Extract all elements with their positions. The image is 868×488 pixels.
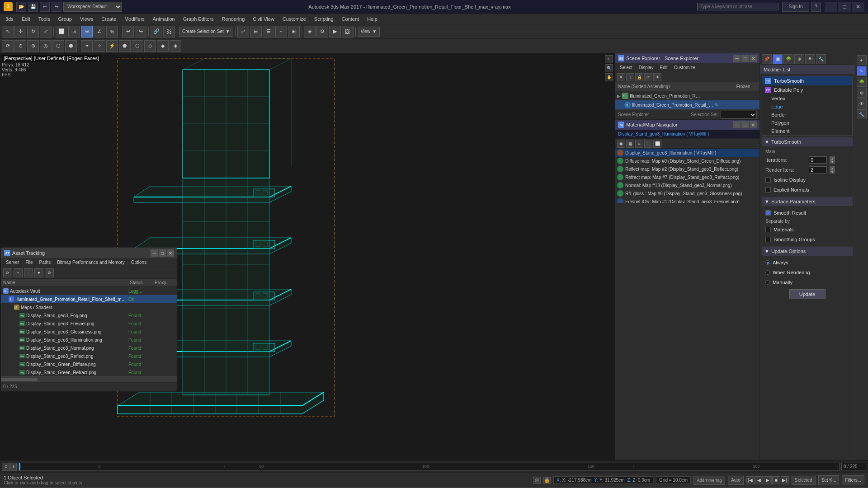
ts-when-rendering-radio[interactable] xyxy=(765,270,770,275)
undo-scene-btn[interactable]: ↩ xyxy=(122,26,134,38)
sub-tb-btn2[interactable]: ⊙ xyxy=(14,40,26,52)
mod-utility-btn[interactable]: 🔧 xyxy=(816,54,826,64)
mn-item-normal[interactable]: Normal: Map #13 (Display_Stand_geo3_Norm… xyxy=(615,181,760,189)
sub-tb-btn7[interactable]: ✦ xyxy=(81,40,93,52)
ts-materials-checkbox[interactable] xyxy=(765,227,771,232)
se-menu-edit[interactable]: Edit xyxy=(657,65,670,70)
menu-help[interactable]: Help xyxy=(363,14,381,24)
transport-play[interactable]: ▶ xyxy=(764,476,772,484)
menu-graph-editors[interactable]: Graph Editors xyxy=(179,14,217,24)
mn-item-illumination[interactable]: Display_Stand_geo3_Illumination ( VRayMt… xyxy=(615,149,760,157)
ts-update-options-header[interactable]: ▼ Update Options xyxy=(762,247,853,256)
at-row-refract[interactable]: png Display_Stand_Green_Refract.png Foun… xyxy=(1,368,177,376)
ts-render-iters-spinner[interactable]: ▲ ▼ xyxy=(830,166,835,174)
viewport-nav-top[interactable]: ↖ xyxy=(605,55,613,63)
menu-scripting[interactable]: Scripting xyxy=(311,14,337,24)
mn-large-icons-btn[interactable]: ⬜ xyxy=(653,140,661,148)
window-crossing-btn[interactable]: ⊡ xyxy=(68,26,80,38)
timeline-track[interactable]: 050100150200 | | | | | xyxy=(19,463,840,471)
menu-animation[interactable]: Animation xyxy=(149,14,179,24)
at-row-vault[interactable]: V Autodesk Vault Logg... xyxy=(1,287,177,295)
transport-stop[interactable]: ■ xyxy=(772,476,780,484)
at-expand-btn[interactable]: + xyxy=(14,268,23,277)
at-row-main-file[interactable]: 3 Illuminated_Green_Promotion_Retail_Flo… xyxy=(1,295,177,303)
view-dropdown-btn[interactable]: View ▼ xyxy=(358,27,380,37)
create-selection-set-btn[interactable]: Create Selection Set ▼ xyxy=(179,27,233,37)
se-tree-item-parent[interactable]: ▶ S Illuminated_Green_Promotion_Retail_F… xyxy=(615,91,760,100)
se-tree-item-object[interactable]: O Illuminated_Green_Promotion_Retail_Flo… xyxy=(615,100,760,109)
ts-iterations-spinner[interactable]: ▲ ▼ xyxy=(830,156,835,164)
set-key-btn[interactable]: Set K... xyxy=(818,475,840,485)
create-selection-dropdown-icon[interactable]: ▼ xyxy=(226,29,230,34)
at-scrollbar-horizontal[interactable] xyxy=(1,376,177,382)
mn-item-diffuse[interactable]: Diffuse map: Map #0 (Display_Stand_Green… xyxy=(615,157,760,165)
se-close-btn[interactable]: ✕ xyxy=(750,55,757,62)
close-button[interactable]: ✕ xyxy=(852,2,864,12)
se-selection-set-dropdown[interactable] xyxy=(721,111,757,119)
se-lock-btn[interactable]: 🔒 xyxy=(635,73,643,81)
sign-in-icon[interactable]: Sign In xyxy=(782,2,809,12)
at-menu-file[interactable]: File xyxy=(23,259,35,265)
timeline-progress-input[interactable] xyxy=(841,463,866,470)
mn-item-reflect[interactable]: Reflect map: Map #2 (Display_Stand_geo3_… xyxy=(615,165,760,173)
mn-restore-btn[interactable]: □ xyxy=(741,121,749,128)
at-settings-btn[interactable]: ⚙ xyxy=(45,268,54,277)
menu-rendering[interactable]: Rendering xyxy=(218,14,249,24)
se-sync-btn[interactable]: ⟳ xyxy=(644,73,652,81)
sub-tb-btn10[interactable]: ⬟ xyxy=(119,40,131,52)
restore-button[interactable]: □ xyxy=(838,2,851,12)
menu-views[interactable]: Views xyxy=(76,14,97,24)
at-menu-server[interactable]: Server xyxy=(3,259,22,265)
sub-tb-btn3[interactable]: ⊕ xyxy=(27,40,39,52)
modifier-editable-poly[interactable]: EP Editable Poly xyxy=(762,85,852,94)
far-right-motion-icon[interactable]: ⊕ xyxy=(857,88,867,98)
angle-snap-btn[interactable]: ∠ xyxy=(94,26,105,38)
snap-toggle-btn[interactable]: ⊕ xyxy=(81,26,93,38)
status-lock-icon[interactable]: 🔒 xyxy=(543,477,551,484)
curve-editor-btn[interactable]: ~ xyxy=(275,26,287,38)
ts-iter-down[interactable]: ▼ xyxy=(830,160,835,164)
add-time-tag-btn[interactable]: Add Time Tag xyxy=(693,476,725,485)
at-menu-options[interactable]: Options xyxy=(128,259,149,265)
workspace-dropdown[interactable]: Workspace: Default xyxy=(63,2,122,12)
filters-btn[interactable]: Filters... xyxy=(842,475,864,485)
se-sort-btn[interactable]: ↕ xyxy=(626,73,634,81)
sub-tb-btn6[interactable]: ⬢ xyxy=(65,40,77,52)
at-row-fog[interactable]: png Display_Stand_geo3_Fog.png Found xyxy=(1,311,177,319)
ts-explicit-normals-checkbox[interactable] xyxy=(765,187,771,192)
minimize-button[interactable]: ─ xyxy=(825,2,837,12)
at-refresh-btn[interactable]: ⟳ xyxy=(3,268,12,277)
help-icon[interactable]: ? xyxy=(811,2,821,12)
menu-group[interactable]: Group xyxy=(54,14,75,24)
at-filter-btn[interactable]: ▼ xyxy=(34,268,43,277)
sub-tb-btn14[interactable]: ◈ xyxy=(170,40,181,52)
modifier-sub-polygon[interactable]: Polygon xyxy=(762,119,852,127)
ts-surface-params-header[interactable]: ▼ Surface Parameters xyxy=(762,197,853,206)
ts-smooth-result-checkbox[interactable] xyxy=(765,210,771,216)
menu-edit[interactable]: Edit xyxy=(18,14,34,24)
layer-manager-btn[interactable]: ☰ xyxy=(263,26,274,38)
render-setup-btn[interactable]: ⚙ xyxy=(316,26,328,38)
undo-icon[interactable]: ↩ xyxy=(40,2,50,12)
sub-tb-btn13[interactable]: ◆ xyxy=(157,40,169,52)
modifier-sub-vertex[interactable]: Vertex xyxy=(762,94,852,103)
redo-icon[interactable]: ↪ xyxy=(52,2,61,12)
at-collapse-btn[interactable]: - xyxy=(24,268,33,277)
menu-civil-view[interactable]: Civil View xyxy=(249,14,278,24)
sub-tb-btn4[interactable]: ◎ xyxy=(40,40,52,52)
at-minimize-btn[interactable]: ─ xyxy=(151,249,158,257)
mod-display-btn[interactable]: 👁 xyxy=(805,54,815,64)
select-tool-btn[interactable]: ↖ xyxy=(2,26,14,38)
ts-iter-up[interactable]: ▲ xyxy=(830,156,835,160)
mn-sphere-view-btn[interactable]: ◉ xyxy=(617,140,625,148)
se-menu-customize[interactable]: Customize xyxy=(671,65,698,70)
menu-modifiers[interactable]: Modifiers xyxy=(121,14,148,24)
ts-iterations-input[interactable] xyxy=(809,156,827,164)
viewport-nav-pan[interactable]: ✋ xyxy=(605,73,613,81)
at-row-glossiness[interactable]: png Display_Stand_geo3_Glossiness.png Fo… xyxy=(1,328,177,336)
at-close-btn[interactable]: ✕ xyxy=(167,249,174,257)
ts-render-iter-up[interactable]: ▲ xyxy=(830,166,835,170)
menu-tools[interactable]: Tools xyxy=(35,14,54,24)
ts-isoline-checkbox[interactable] xyxy=(765,177,771,183)
link-btn[interactable]: 🔗 xyxy=(151,26,162,38)
